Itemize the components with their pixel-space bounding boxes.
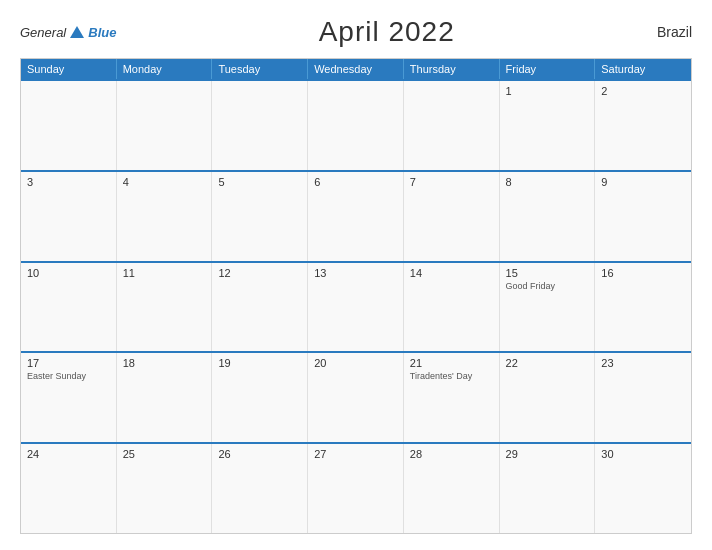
weekday-header-cell: Saturday	[595, 59, 691, 79]
day-number: 11	[123, 267, 206, 279]
day-number: 7	[410, 176, 493, 188]
day-number: 21	[410, 357, 493, 369]
calendar-cell: 7	[404, 172, 500, 261]
weekday-header-cell: Tuesday	[212, 59, 308, 79]
day-number: 17	[27, 357, 110, 369]
calendar-cell: 28	[404, 444, 500, 533]
day-number: 5	[218, 176, 301, 188]
weekday-header-cell: Sunday	[21, 59, 117, 79]
calendar-cell: 18	[117, 353, 213, 442]
weekday-header-cell: Monday	[117, 59, 213, 79]
calendar-cell: 16	[595, 263, 691, 352]
calendar-cell: 21Tiradentes' Day	[404, 353, 500, 442]
calendar-cell	[21, 81, 117, 170]
calendar-cell: 10	[21, 263, 117, 352]
day-number: 2	[601, 85, 685, 97]
calendar-cell: 17Easter Sunday	[21, 353, 117, 442]
calendar-week: 12	[21, 79, 691, 170]
calendar-cell: 19	[212, 353, 308, 442]
logo: General Blue	[20, 25, 116, 40]
day-number: 15	[506, 267, 589, 279]
logo-triangle-icon	[70, 26, 84, 38]
calendar-cell: 20	[308, 353, 404, 442]
calendar-cell: 6	[308, 172, 404, 261]
calendar-cell: 5	[212, 172, 308, 261]
holiday-label: Tiradentes' Day	[410, 371, 493, 383]
day-number: 28	[410, 448, 493, 460]
day-number: 24	[27, 448, 110, 460]
calendar-cell: 26	[212, 444, 308, 533]
day-number: 4	[123, 176, 206, 188]
calendar-week: 24252627282930	[21, 442, 691, 533]
calendar-cell: 11	[117, 263, 213, 352]
calendar-cell: 2	[595, 81, 691, 170]
calendar-cell	[117, 81, 213, 170]
calendar-body: 123456789101112131415Good Friday1617East…	[21, 79, 691, 533]
day-number: 6	[314, 176, 397, 188]
calendar-cell: 15Good Friday	[500, 263, 596, 352]
calendar-page: General Blue April 2022 Brazil SundayMon…	[0, 0, 712, 550]
country-label: Brazil	[657, 24, 692, 40]
day-number: 9	[601, 176, 685, 188]
calendar-cell	[308, 81, 404, 170]
calendar-cell: 8	[500, 172, 596, 261]
weekday-header-cell: Thursday	[404, 59, 500, 79]
calendar-cell: 9	[595, 172, 691, 261]
weekday-header: SundayMondayTuesdayWednesdayThursdayFrid…	[21, 59, 691, 79]
calendar-cell: 30	[595, 444, 691, 533]
calendar-cell: 24	[21, 444, 117, 533]
day-number: 1	[506, 85, 589, 97]
calendar-cell: 29	[500, 444, 596, 533]
day-number: 16	[601, 267, 685, 279]
calendar-cell: 22	[500, 353, 596, 442]
day-number: 22	[506, 357, 589, 369]
logo-general: General	[20, 25, 66, 40]
day-number: 26	[218, 448, 301, 460]
day-number: 29	[506, 448, 589, 460]
header: General Blue April 2022 Brazil	[20, 16, 692, 48]
calendar-cell	[212, 81, 308, 170]
day-number: 18	[123, 357, 206, 369]
weekday-header-cell: Wednesday	[308, 59, 404, 79]
day-number: 3	[27, 176, 110, 188]
day-number: 27	[314, 448, 397, 460]
day-number: 25	[123, 448, 206, 460]
logo-blue: Blue	[88, 25, 116, 40]
calendar-cell: 25	[117, 444, 213, 533]
day-number: 14	[410, 267, 493, 279]
calendar-cell: 12	[212, 263, 308, 352]
calendar-cell: 14	[404, 263, 500, 352]
day-number: 8	[506, 176, 589, 188]
calendar-title: April 2022	[319, 16, 455, 48]
day-number: 20	[314, 357, 397, 369]
day-number: 10	[27, 267, 110, 279]
day-number: 19	[218, 357, 301, 369]
calendar-week: 3456789	[21, 170, 691, 261]
calendar-cell	[404, 81, 500, 170]
day-number: 13	[314, 267, 397, 279]
weekday-header-cell: Friday	[500, 59, 596, 79]
day-number: 30	[601, 448, 685, 460]
calendar-cell: 13	[308, 263, 404, 352]
calendar-cell: 3	[21, 172, 117, 261]
calendar-cell: 1	[500, 81, 596, 170]
calendar-week: 17Easter Sunday18192021Tiradentes' Day22…	[21, 351, 691, 442]
calendar-cell: 27	[308, 444, 404, 533]
calendar-cell: 23	[595, 353, 691, 442]
holiday-label: Good Friday	[506, 281, 589, 293]
day-number: 23	[601, 357, 685, 369]
calendar-week: 101112131415Good Friday16	[21, 261, 691, 352]
day-number: 12	[218, 267, 301, 279]
calendar-grid: SundayMondayTuesdayWednesdayThursdayFrid…	[20, 58, 692, 534]
calendar-cell: 4	[117, 172, 213, 261]
holiday-label: Easter Sunday	[27, 371, 110, 383]
